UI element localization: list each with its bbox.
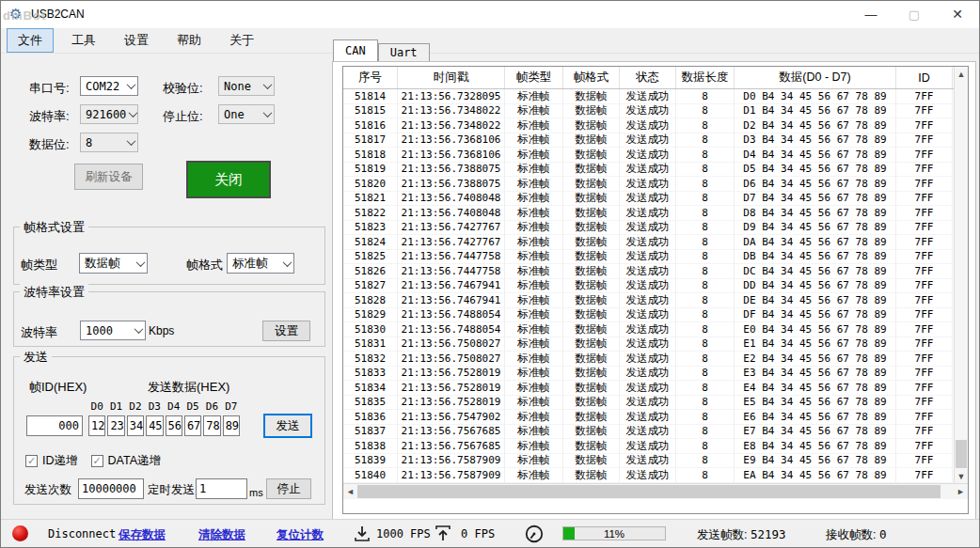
close-window-button[interactable]: ✕ [936, 1, 979, 28]
column-header-data-length[interactable]: 数据长度 [676, 67, 735, 88]
byte-input-D5[interactable] [184, 415, 201, 436]
cell-frame-type: 标准帧 [505, 118, 563, 133]
minimize-button[interactable]: — [849, 1, 893, 28]
table-row[interactable]: 5182121:13:56.7408048标准帧数据帧发送成功8D7 B4 34… [343, 192, 954, 207]
horizontal-scroll-thumb[interactable] [357, 485, 940, 498]
menu-item-帮助[interactable]: 帮助 [166, 29, 212, 52]
cell-id: 7FF [896, 104, 953, 119]
cell-id: 7FF [896, 235, 953, 250]
send-button[interactable]: 发送 [263, 414, 312, 438]
byte-input-D0[interactable] [88, 415, 105, 436]
cell-timestamp: 21:13:56.7547902 [398, 410, 505, 425]
cell-id: 7FF [896, 177, 953, 192]
column-header-frame-type[interactable]: 帧类型 [505, 67, 563, 88]
table-row[interactable]: 5182721:13:56.7467941标准帧数据帧发送成功8DD B4 34… [343, 279, 954, 294]
scroll-right-icon[interactable]: ► [954, 484, 968, 499]
table-body[interactable]: 5181421:13:56.7328095标准帧数据帧发送成功8D0 B4 34… [343, 89, 954, 483]
tab-can[interactable]: CAN [333, 39, 378, 61]
cell-frame-type: 标准帧 [505, 177, 563, 192]
scroll-left-icon[interactable]: ◄ [343, 484, 357, 499]
table-row[interactable]: 5182021:13:56.7388075标准帧数据帧发送成功8D6 B4 34… [343, 177, 954, 192]
cell-frame-format: 数据帧 [563, 133, 620, 149]
can-baud-select[interactable]: 1000 [80, 321, 146, 340]
table-row[interactable]: 5183721:13:56.7567685标准帧数据帧发送成功8E7 B4 34… [343, 425, 954, 440]
byte-input-D6[interactable] [203, 415, 220, 436]
send-count-input[interactable] [78, 478, 144, 499]
refresh-devices-button[interactable]: 刷新设备 [74, 164, 143, 190]
horizontal-scrollbar[interactable]: ◄ ► [343, 483, 968, 499]
table-row[interactable]: 5184021:13:56.7587909标准帧数据帧发送成功8EA B4 34… [343, 468, 954, 483]
vertical-scrollbar[interactable]: ▲ ▼ [954, 67, 968, 483]
table-row[interactable]: 5182421:13:56.7427767标准帧数据帧发送成功8DA B4 34… [343, 235, 954, 250]
app-window: ⚙ USB2CAN dmBot — ▢ ✕ 文件工具设置帮助关于 串口号: CO… [0, 0, 980, 548]
frame-type-select[interactable]: 数据帧 [79, 253, 148, 274]
menu-item-关于[interactable]: 关于 [219, 29, 264, 52]
scroll-up-icon[interactable]: ▲ [955, 67, 968, 81]
table-row[interactable]: 5183921:13:56.7587909标准帧数据帧发送成功8E9 B4 34… [343, 454, 954, 469]
byte-input-D4[interactable] [166, 415, 182, 436]
clear-data-link[interactable]: 清除数据 [198, 527, 245, 543]
cell-data: DC B4 34 45 56 67 78 89 [735, 264, 896, 279]
column-header-id[interactable]: ID [896, 67, 953, 88]
byte-input-D1[interactable] [107, 415, 124, 436]
table-row[interactable]: 5182521:13:56.7447758标准帧数据帧发送成功8DB B4 34… [343, 250, 954, 265]
save-data-link[interactable]: 保存数据 [119, 527, 166, 543]
menu-item-设置[interactable]: 设置 [114, 29, 159, 52]
cell-frame-format: 数据帧 [563, 322, 620, 337]
stop-button[interactable]: 停止 [266, 478, 311, 499]
cell-data-length: 8 [676, 250, 735, 265]
status-bar: Disconnect 保存数据 清除数据 复位计数 1000 FPS 0 FPS… [1, 519, 979, 547]
table-row[interactable]: 5183321:13:56.7528019标准帧数据帧发送成功8E3 B4 34… [343, 367, 954, 382]
column-header-data[interactable]: 数据(D0 - D7) [735, 67, 896, 88]
column-header-seq[interactable]: 序号 [343, 67, 398, 88]
table-row[interactable]: 5181921:13:56.7388075标准帧数据帧发送成功8D5 B4 34… [343, 163, 954, 178]
table-row[interactable]: 5183121:13:56.7508027标准帧数据帧发送成功8E1 B4 34… [343, 337, 954, 352]
table-row[interactable]: 5183021:13:56.7488054标准帧数据帧发送成功8E0 B4 34… [343, 322, 954, 337]
menu-item-工具[interactable]: 工具 [61, 29, 106, 52]
chevron-down-icon [127, 136, 136, 146]
timed-send-input[interactable] [196, 478, 247, 499]
stop-bit-label: 停止位: [163, 108, 203, 125]
reset-count-link[interactable]: 复位计数 [277, 527, 324, 543]
table-row[interactable]: 5182921:13:56.7488054标准帧数据帧发送成功8DF B4 34… [343, 308, 954, 323]
table-row[interactable]: 5183221:13:56.7508027标准帧数据帧发送成功8E2 B4 34… [343, 352, 954, 367]
table-row[interactable]: 5181521:13:56.7348022标准帧数据帧发送成功8D1 B4 34… [343, 104, 954, 119]
set-baud-button[interactable]: 设置 [262, 321, 310, 341]
vertical-scroll-thumb[interactable] [956, 440, 967, 468]
column-header-timestamp[interactable]: 时间戳 [398, 67, 505, 88]
cell-frame-type: 标准帧 [505, 250, 563, 265]
table-row[interactable]: 5182821:13:56.7467941标准帧数据帧发送成功8DE B4 34… [343, 293, 954, 308]
byte-input-D3[interactable] [146, 415, 163, 436]
chevron-down-icon [283, 258, 292, 267]
checkbox-ID递增[interactable]: ✓ID递增 [25, 453, 78, 469]
table-row[interactable]: 5183821:13:56.7567685标准帧数据帧发送成功8E8 B4 34… [343, 439, 954, 454]
close-device-button[interactable]: 关闭 [186, 161, 271, 198]
table-row[interactable]: 5182321:13:56.7427767标准帧数据帧发送成功8D9 B4 34… [343, 221, 954, 236]
table-row[interactable]: 5183521:13:56.7528019标准帧数据帧发送成功8E5 B4 34… [343, 396, 954, 411]
cell-timestamp: 21:13:56.7467941 [398, 279, 505, 294]
table-row[interactable]: 5181421:13:56.7328095标准帧数据帧发送成功8D0 B4 34… [343, 89, 954, 104]
frame-format-group-title: 帧格式设置 [20, 219, 88, 236]
cell-frame-type: 标准帧 [505, 89, 563, 104]
table-row[interactable]: 5183621:13:56.7547902标准帧数据帧发送成功8E6 B4 34… [343, 410, 954, 425]
scroll-down-icon[interactable]: ▼ [955, 469, 968, 483]
frame-format-select[interactable]: 标准帧 [227, 253, 294, 274]
byte-input-D7[interactable] [223, 415, 240, 436]
table-row[interactable]: 5182221:13:56.7408048标准帧数据帧发送成功8D8 B4 34… [343, 206, 954, 221]
table-row[interactable]: 5181721:13:56.7368106标准帧数据帧发送成功8D3 B4 34… [343, 133, 954, 149]
progress-percent: 11% [563, 527, 665, 540]
menu-item-文件[interactable]: 文件 [7, 28, 54, 53]
cell-timestamp: 21:13:56.7368106 [398, 133, 505, 149]
tab-uart[interactable]: Uart [378, 43, 430, 61]
stop-bit-select: One [218, 104, 275, 124]
table-row[interactable]: 5181621:13:56.7348022标准帧数据帧发送成功8D2 B4 34… [343, 118, 954, 133]
table-row[interactable]: 5182621:13:56.7447758标准帧数据帧发送成功8DC B4 34… [343, 264, 954, 279]
byte-input-D2[interactable] [127, 415, 144, 436]
serial-port-select[interactable]: COM22 [80, 76, 138, 96]
frame-id-input[interactable] [26, 415, 83, 436]
column-header-status[interactable]: 状态 [620, 67, 676, 88]
table-row[interactable]: 5183421:13:56.7528019标准帧数据帧发送成功8E4 B4 34… [343, 381, 954, 396]
checkbox-DATA递增[interactable]: ✓DATA递增 [91, 453, 161, 469]
column-header-frame-format[interactable]: 帧格式 [563, 67, 620, 88]
table-row[interactable]: 5181821:13:56.7368106标准帧数据帧发送成功8D4 B4 34… [343, 148, 954, 163]
